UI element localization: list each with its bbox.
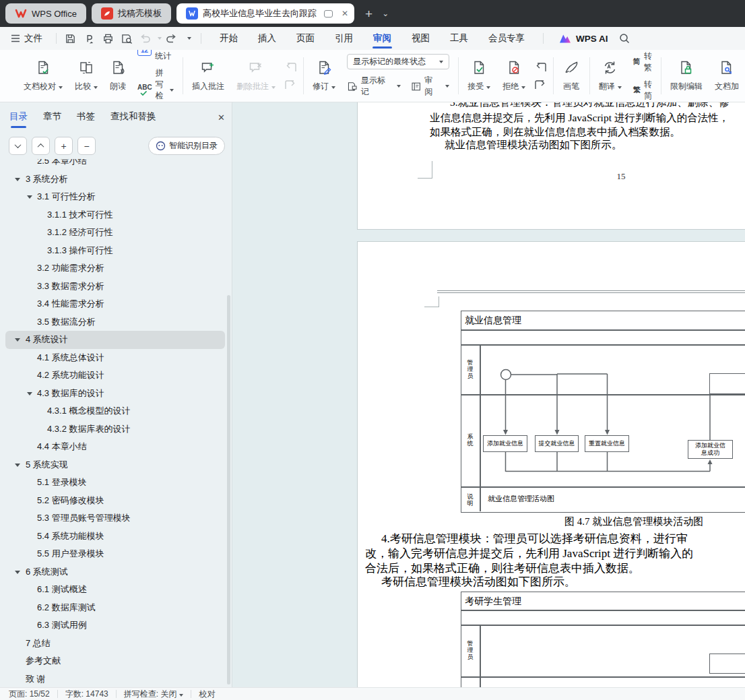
zoom-out-toc-button[interactable]: − [77, 137, 96, 155]
toc-item[interactable]: 3.1 可行性分析 [5, 188, 225, 206]
quick-access-dropdown-icon[interactable] [187, 37, 191, 40]
ink-brush-button[interactable]: 画笔 [557, 50, 586, 102]
toc-item[interactable]: 5.1 登录模块 [5, 474, 225, 492]
menu-tab[interactable]: 视图 [401, 27, 440, 50]
toc-item[interactable]: 3 系统分析 [5, 170, 225, 189]
toc-item[interactable]: 3.4 性能需求分析 [5, 295, 225, 313]
toc-item[interactable]: 3.1.2 经济可行性 [5, 224, 225, 242]
document-page-16[interactable]: 就业信息管理 管理员 系统 说明 就业信息管理活动图 [357, 241, 745, 687]
toc-item[interactable]: 3.1.3 操作可行性 [5, 242, 225, 260]
toc-item[interactable]: 5.5 用户登录模块 [5, 545, 225, 563]
toc-item[interactable]: 6.3 测试用例 [5, 616, 225, 635]
track-changes-button[interactable]: 修订 [306, 50, 342, 102]
new-tab-button[interactable]: + [365, 7, 372, 20]
toc-item[interactable]: 4.3.1 概念模型的设计 [5, 402, 225, 420]
toc-item[interactable]: 5.3 管理员账号管理模块 [5, 509, 225, 528]
restrict-editing-button[interactable]: 限制编辑 [664, 50, 709, 102]
toc-item[interactable]: 4.3.2 数据库表的设计 [5, 420, 225, 439]
print-preview-button[interactable] [117, 30, 136, 47]
toc-item[interactable]: 3.3 数据需求分析 [5, 278, 225, 296]
to-traditional-button[interactable]: 简 转繁 [633, 51, 652, 73]
close-tab-icon[interactable]: ✕ [342, 9, 348, 18]
print-button[interactable] [98, 30, 117, 47]
menu-tab[interactable]: 页面 [286, 27, 325, 50]
menu-tab[interactable]: 会员专享 [478, 27, 535, 50]
show-markup-button[interactable]: 显示标记 [347, 75, 401, 98]
markup-state-dropdown[interactable]: 显示标记的最终状态 [347, 54, 449, 69]
toc-item[interactable]: 7 总结 [5, 635, 225, 653]
insert-comment-button[interactable]: 插入批注 [186, 50, 230, 102]
menu-tab[interactable]: 审阅 [363, 27, 401, 50]
toc-item[interactable]: 4.1 系统总体设计 [5, 349, 225, 367]
previous-change-icon[interactable] [534, 62, 547, 73]
to-simplified-button[interactable]: 繁 转简 [633, 79, 652, 102]
toc-item[interactable]: 3.5 数据流分析 [5, 313, 225, 331]
tab-document-active[interactable]: 高校毕业信息毕业生去向跟踪 ✕ [176, 3, 354, 24]
zoom-in-toc-button[interactable]: + [55, 137, 73, 155]
tab-docer-template[interactable]: 找稿壳模板 [92, 3, 171, 24]
toc-item[interactable]: 3.2 功能需求分析 [5, 259, 225, 278]
toc-item[interactable]: 4.4 本章小结 [5, 438, 225, 456]
search-icon[interactable] [615, 30, 634, 47]
toc-item[interactable]: 4 系统设计 [5, 331, 225, 349]
next-change-icon[interactable] [534, 79, 547, 90]
toc-item[interactable]: 6.2 数据库测试 [5, 599, 225, 617]
delete-comment-button[interactable]: 删除批注 [230, 50, 282, 102]
menu-tab[interactable]: 工具 [440, 27, 478, 50]
review-pane-button[interactable]: 审阅 [411, 75, 449, 98]
accept-changes-button[interactable]: 接受 [461, 50, 496, 102]
page-number: 15 [612, 171, 630, 182]
close-sidebar-icon[interactable]: ✕ [218, 113, 225, 123]
save-button[interactable] [61, 30, 79, 47]
toc-item[interactable]: 3.1.1 技术可行性 [5, 206, 225, 224]
toc-item[interactable]: 6.1 测试概述 [5, 581, 225, 599]
export-pdf-button[interactable] [79, 30, 98, 47]
sidebar-tab[interactable]: 章节 [43, 110, 61, 124]
menu-tab[interactable]: 开始 [209, 27, 248, 50]
reject-icon [507, 60, 522, 76]
proofread-button[interactable]: 校对 [199, 689, 215, 700]
smart-toc-button[interactable]: 智能识别目录 [148, 137, 225, 155]
document-proof-button[interactable]: 文档校对 [18, 50, 69, 102]
document-page-15[interactable]: 3.就业信息管理模块：管理员对就业信息进行添加、删除、修业信息信息并提交后，先利… [357, 102, 745, 230]
toc-item[interactable]: 5 系统实现 [5, 456, 225, 474]
file-menu[interactable]: 文件 [0, 32, 52, 44]
read-aloud-button[interactable]: 朗读 [104, 50, 132, 102]
sidebar-tab[interactable]: 查找和替换 [110, 110, 156, 124]
collapse-all-button[interactable] [9, 137, 27, 155]
toc-item[interactable]: 4.3 数据库的设计 [5, 385, 225, 403]
toc-item[interactable]: 4.2 系统功能设计 [5, 367, 225, 385]
previous-comment-icon[interactable] [284, 62, 297, 73]
compare-button[interactable]: 比较 [69, 50, 104, 102]
spell-check-button[interactable]: ABC 拼写检查 [137, 67, 174, 103]
translate-button[interactable]: 翻译 [593, 50, 628, 102]
toc-item[interactable]: 致 谢 [5, 670, 225, 685]
sidebar-scrollbar[interactable] [227, 295, 230, 685]
word-count-indicator[interactable]: 字数: 14743 [65, 689, 108, 700]
sidebar-tab[interactable]: 书签 [77, 110, 95, 124]
wps-ai-button[interactable]: WPS AI [552, 33, 615, 44]
word-count-button[interactable]: 12 字数统计 [137, 50, 174, 62]
expand-all-button[interactable] [32, 137, 50, 155]
toc-item[interactable]: 5.4 系统功能模块 [5, 528, 225, 546]
next-comment-icon[interactable] [284, 79, 297, 90]
reject-changes-button[interactable]: 拒绝 [496, 50, 531, 102]
sidebar-tab[interactable]: 目录 [9, 110, 28, 124]
tab-wps-home[interactable]: WPS Office [5, 3, 86, 24]
spellcheck-toggle[interactable]: 拼写检查: 关闭 [124, 689, 184, 700]
document-encrypt-button[interactable]: 文档加 [709, 50, 745, 102]
table-line [461, 486, 745, 488]
redo-button[interactable] [162, 30, 181, 47]
menu-tab[interactable]: 插入 [248, 27, 286, 50]
menu-tab[interactable]: 引用 [325, 27, 363, 50]
table-line [480, 625, 481, 687]
document-text-line: 业信息信息并提交后，先利用 JavaScript 进行判断输入的合法性， [430, 111, 729, 125]
toc-item[interactable]: 参考文献 [5, 652, 225, 670]
toc-item[interactable]: 6 系统测试 [5, 563, 225, 581]
separate-window-icon[interactable] [324, 10, 333, 18]
toc-item[interactable]: 5.2 密码修改模块 [5, 492, 225, 510]
undo-button[interactable] [136, 30, 155, 47]
toc-item[interactable]: 2.5 本章小结 [5, 159, 225, 170]
tabs-menu-button[interactable]: ⌄ [382, 9, 389, 18]
traditional-glyph-icon: 繁 [633, 85, 641, 95]
